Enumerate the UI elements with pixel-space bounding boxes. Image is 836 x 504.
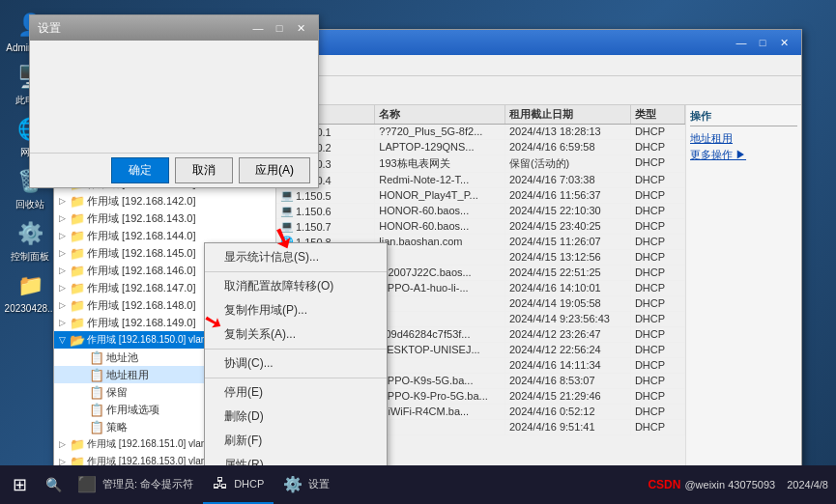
- tree-icon-10: 📁: [70, 280, 85, 295]
- row-type-9: DHCP: [631, 266, 685, 280]
- row-name-4: HONOR_Play4T_P...: [375, 188, 505, 203]
- settings-close-btn[interactable]: ✕: [291, 19, 310, 37]
- table-row[interactable]: 💻 1.150.1 ??720_Plus_5G-8f2... 2024/4/13…: [276, 125, 685, 140]
- tree-expand-8: ▷: [54, 245, 70, 261]
- row-expiry-3: 2024/4/16 7:03:38: [505, 173, 631, 187]
- folder2023-label: 20230428...: [5, 303, 56, 315]
- desktop-icon-folder2023[interactable]: 📁 20230428...: [5, 270, 55, 315]
- tree-icon-policy: 📋: [89, 419, 104, 434]
- row-expiry-15: 2024/4/16 14:11:34: [505, 358, 631, 373]
- ctx-refresh[interactable]: 刷新(F): [205, 429, 387, 453]
- tree-expand-7: ▷: [54, 228, 70, 243]
- tree-label-11: 作用域 [192.168.148.0]: [87, 298, 196, 313]
- tree-label-6: 作用域 [192.168.143.0]: [87, 211, 196, 226]
- tree-expand-12: ▷: [54, 315, 70, 330]
- action-link-more[interactable]: 更多操作 ▶: [690, 147, 797, 163]
- action-link-lease[interactable]: 地址租用: [690, 130, 797, 147]
- tree-icon-150: 📂: [70, 332, 85, 348]
- row-type-10: DHCP: [631, 281, 685, 295]
- row-type-13: DHCP: [631, 327, 685, 342]
- dhcp-minimize-btn[interactable]: —: [732, 34, 751, 51]
- ctx-reconcile[interactable]: 协调(C)...: [205, 351, 387, 376]
- row-name-16: OPPO-K9s-5G.ba...: [375, 374, 505, 388]
- table-header: 地址 名称 租用截止日期 类型: [276, 105, 685, 125]
- ctx-copy-relation[interactable]: 复制关系(A)...: [205, 322, 387, 347]
- watermark-csdn: CSDN: [648, 478, 680, 491]
- tree-label-7: 作用域 [192.168.144.0]: [87, 229, 196, 243]
- row-type-0: DHCP: [631, 125, 685, 139]
- taskbar-settings-btn[interactable]: ⚙️ 设置: [274, 465, 339, 504]
- settings-minimize-btn[interactable]: —: [248, 19, 268, 37]
- row-type-19: DHCP: [631, 420, 685, 434]
- tree-label-5: 作用域 [192.168.142.0]: [87, 194, 196, 209]
- row-name-1: LAPTOP-129QNS...: [375, 140, 505, 154]
- taskbar-dhcp-btn[interactable]: 🖧 DHCP: [203, 465, 274, 504]
- cmd-icon: ⬛: [77, 475, 97, 493]
- settings-confirm-btn[interactable]: 确定: [111, 157, 169, 183]
- settings-maximize-btn[interactable]: □: [270, 19, 289, 37]
- taskbar-cmd-btn[interactable]: ⬛ 管理员: 命令提示符: [68, 465, 203, 504]
- ctx-delete[interactable]: 删除(D): [205, 405, 387, 429]
- settings-apply-btn[interactable]: 应用(A): [239, 157, 310, 183]
- tree-label-8: 作用域 [192.168.145.0]: [87, 246, 196, 261]
- col-name: 名称: [375, 105, 505, 124]
- tree-expand-policy: [73, 419, 89, 434]
- tree-label-options: 作用域选项: [106, 403, 159, 417]
- tree-expand-11: ▷: [54, 297, 70, 313]
- row-expiry-12: 2024/4/14 9:23:56:43: [505, 312, 631, 326]
- desktop: 👤 Administr... 🖥️ 此电脑 🌐 网络 🗑️ 回收站 ⚙️ 控制面…: [0, 0, 836, 504]
- ctx-sep2: [205, 349, 387, 350]
- col-expiry: 租用截止日期: [505, 105, 631, 124]
- settings-footer: 确定 取消 应用(A): [30, 153, 318, 187]
- row-type-17: DHCP: [631, 389, 685, 404]
- search-button[interactable]: 🔍: [39, 465, 68, 504]
- taskbar: ⊞ 🔍 ⬛ 管理员: 命令提示符 🖧 DHCP ⚙️ 设置 CSDN @weix…: [0, 465, 836, 504]
- dhcp-window-controls: — □ ✕: [732, 34, 793, 51]
- tree-icon-12: 📁: [70, 315, 85, 330]
- tree-label-pool: 地址池: [106, 350, 138, 365]
- tree-icon-11: 📁: [70, 297, 85, 313]
- settings-cancel-btn[interactable]: 取消: [175, 157, 233, 183]
- settings-content: [30, 41, 318, 56]
- table-row[interactable]: 💻 1.150.7 HONOR-60.baos... 2024/4/15 23:…: [276, 219, 685, 235]
- tree-icon-pool: 📋: [89, 350, 104, 365]
- table-row[interactable]: 💻 1.150.2 LAPTOP-129QNS... 2024/4/16 6:5…: [276, 140, 685, 155]
- desktop-icon-controlpanel[interactable]: ⚙️ 控制面板: [5, 218, 55, 263]
- ctx-sep3: [205, 378, 387, 378]
- start-button[interactable]: ⊞: [0, 465, 39, 504]
- cmd-label: 管理员: 命令提示符: [102, 477, 193, 491]
- row-type-15: DHCP: [631, 358, 685, 373]
- row-name-11: [375, 296, 505, 311]
- tree-expand-9: ▷: [54, 263, 70, 278]
- table-row[interactable]: 💻 1.150.4 Redmi-Note-12-T... 2024/4/16 7…: [276, 173, 685, 188]
- actions-title: 操作: [690, 109, 797, 126]
- tree-item-5[interactable]: ▷ 📁 作用域 [192.168.142.0]: [54, 192, 275, 210]
- table-row[interactable]: 💻 1.150.6 HONOR-60.baos... 2024/4/15 22:…: [276, 204, 685, 219]
- dhcp-close-btn[interactable]: ✕: [774, 34, 793, 51]
- ctx-copy-scope[interactable]: 复制作用域(P)...: [205, 298, 387, 322]
- taskbar-right: CSDN @weixin 43075093 2024/4/8: [648, 478, 836, 491]
- tree-expand-10: ▷: [54, 280, 70, 295]
- ctx-show-stats[interactable]: 显示统计信息(S)...: [205, 245, 387, 269]
- tree-label-10: 作用域 [192.168.147.0]: [87, 281, 196, 295]
- tree-label-reserve: 保留: [106, 385, 128, 400]
- dhcp-task-icon: 🖧: [213, 475, 228, 492]
- tree-label-policy: 策略: [106, 420, 128, 434]
- dhcp-maximize-btn[interactable]: □: [753, 34, 772, 51]
- table-row[interactable]: 🌐 1.150.3 193栋电表网关 保留(活动的) DHCP: [276, 155, 685, 173]
- row-address-5: 💻 1.150.6: [276, 204, 375, 218]
- row-expiry-17: 2024/4/15 21:29:46: [505, 389, 631, 404]
- row-name-13: 009d46284c7f53f...: [375, 327, 505, 342]
- ctx-deactivate[interactable]: 停用(E): [205, 380, 387, 405]
- row-name-6: HONOR-60.baos...: [375, 219, 505, 234]
- tree-item-6[interactable]: ▷ 📁 作用域 [192.168.143.0]: [54, 210, 275, 227]
- table-row[interactable]: 💻 1.150.5 HONOR_Play4T_P... 2024/4/16 11…: [276, 188, 685, 204]
- tree-expand-150: ▽: [54, 332, 70, 348]
- row-expiry-16: 2024/4/16 8:53:07: [505, 374, 631, 388]
- ctx-cancel-failover[interactable]: 取消配置故障转移(O): [205, 274, 387, 298]
- tree-expand-reserve: [73, 384, 89, 400]
- tree-icon-8: 📁: [70, 245, 85, 261]
- settings-title: 设置: [38, 20, 248, 37]
- row-expiry-9: 2024/4/15 22:51:25: [505, 266, 631, 280]
- tree-icon-9: 📁: [70, 263, 85, 278]
